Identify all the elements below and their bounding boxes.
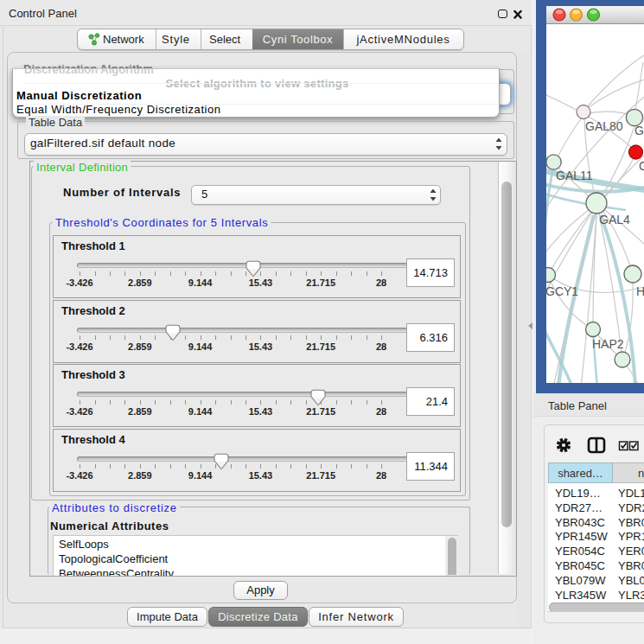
svg-text:HA: HA (636, 284, 644, 298)
svg-text:GAL4: GAL4 (599, 213, 630, 226)
svg-text:GA: GA (634, 124, 644, 137)
svg-text:GCY1: GCY1 (546, 284, 578, 298)
svg-text:HAP2: HAP2 (592, 337, 624, 351)
svg-text:GAL80: GAL80 (585, 119, 623, 133)
svg-text:GAL11: GAL11 (556, 169, 593, 182)
svg-text:GC: GC (639, 159, 644, 173)
